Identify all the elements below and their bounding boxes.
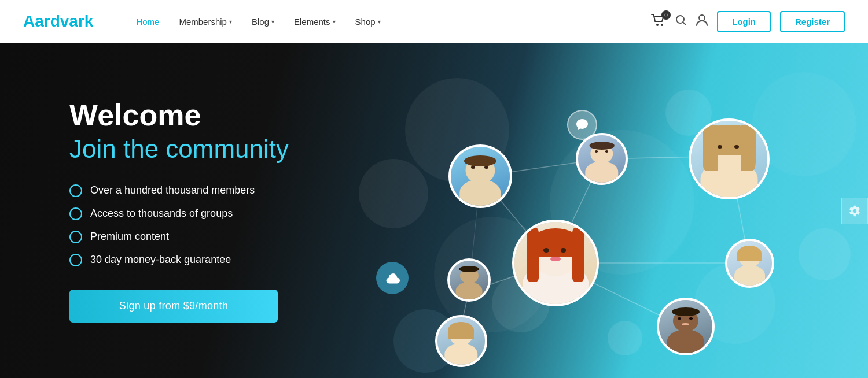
- logo[interactable]: Aardvark: [23, 12, 93, 31]
- hero-welcome-text: Welcome: [69, 99, 289, 132]
- signup-button[interactable]: Sign up from $9/month: [69, 290, 278, 323]
- chevron-down-icon: ▾: [271, 18, 274, 25]
- search-icon: [675, 14, 687, 26]
- nav-item-home[interactable]: Home: [128, 12, 167, 31]
- feature-item-1: Over a hundred thousand members: [69, 184, 289, 197]
- chat-bubble-icon: [567, 110, 597, 140]
- feature-item-2: Access to thousands of groups: [69, 207, 289, 220]
- login-button[interactable]: Login: [717, 11, 771, 32]
- navbar: Aardvark Home Membership ▾ Blog ▾ Elemen…: [0, 0, 868, 43]
- chevron-down-icon: ▾: [378, 18, 381, 25]
- svg-point-0: [656, 24, 659, 26]
- logo-text-black: Aard: [23, 12, 60, 31]
- feature-circle-icon: [69, 254, 82, 266]
- logo-text-cyan: vark: [60, 12, 94, 31]
- avatar-person8: [657, 298, 715, 355]
- avatar-person6: [435, 315, 487, 367]
- nav-icons: 0 Login Register: [651, 11, 845, 32]
- feature-item-4: 30 day money-back guarantee: [69, 254, 289, 266]
- user-icon: [696, 14, 708, 27]
- nav-item-elements[interactable]: Elements ▾: [286, 12, 344, 31]
- nav-item-shop[interactable]: Shop ▾: [347, 12, 389, 31]
- gear-icon: [848, 205, 861, 217]
- cloud-icon: [376, 262, 409, 294]
- search-button[interactable]: [675, 14, 687, 29]
- nav-links: Home Membership ▾ Blog ▾ Elements ▾ Shop…: [128, 12, 651, 31]
- avatar-person2: [576, 133, 628, 185]
- feature-list: Over a hundred thousand members Access t…: [69, 184, 289, 266]
- avatar-person4: [447, 258, 491, 302]
- cart-button[interactable]: 0: [651, 14, 666, 29]
- register-button[interactable]: Register: [780, 11, 845, 32]
- nav-item-blog[interactable]: Blog ▾: [244, 12, 282, 31]
- chevron-down-icon: ▾: [229, 18, 232, 25]
- feature-circle-icon: [69, 231, 82, 243]
- nav-item-membership[interactable]: Membership ▾: [171, 12, 240, 31]
- svg-point-3: [699, 15, 705, 21]
- cart-badge: 0: [661, 10, 671, 20]
- chevron-down-icon: ▾: [333, 18, 336, 25]
- avatar-person3: [689, 118, 770, 199]
- avatar-person1: [448, 144, 512, 208]
- feature-circle-icon: [69, 207, 82, 220]
- hero-section: Welcome Join the community Over a hundre…: [0, 43, 868, 378]
- svg-point-1: [661, 24, 663, 26]
- hero-content: Welcome Join the community Over a hundre…: [0, 99, 289, 322]
- user-button[interactable]: [696, 14, 708, 29]
- hero-tagline-text: Join the community: [69, 135, 289, 164]
- feature-circle-icon: [69, 184, 82, 197]
- avatar-person7: [725, 239, 774, 288]
- settings-tab[interactable]: [841, 198, 868, 224]
- avatar-person5: [512, 220, 599, 306]
- feature-item-3: Premium content: [69, 231, 289, 243]
